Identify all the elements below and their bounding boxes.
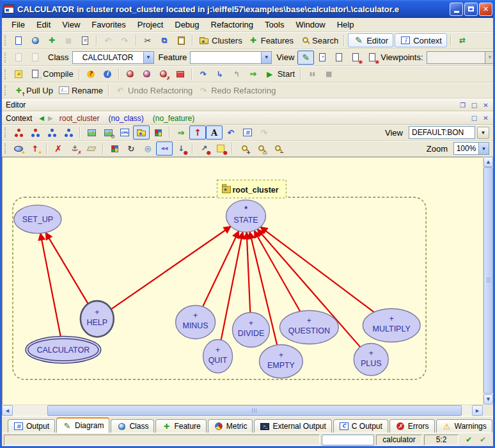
class-node-MULTIPLY[interactable]: +MULTIPLY [363, 308, 420, 342]
show-labels-button[interactable]: A [206, 125, 223, 140]
class-node-STATE[interactable]: *STATE [226, 200, 266, 232]
pull-up-button[interactable]: ✚↑Pull Up [10, 83, 56, 97]
uml-view-button[interactable]: UML [116, 125, 133, 140]
class-combo-dropdown-icon[interactable]: ▼ [143, 52, 153, 63]
close-button[interactable]: ✕ [479, 3, 492, 16]
scroll-right-icon[interactable]: ▶ [472, 405, 483, 416]
step-into-button[interactable]: ↳ [212, 67, 228, 81]
start-button[interactable]: ▶Start [262, 67, 297, 81]
ancestor-relations-button[interactable] [27, 125, 43, 140]
class-node-SET_UP[interactable]: SET_UP [14, 205, 61, 233]
inheritance-mode-button[interactable]: ↑ [189, 125, 206, 140]
toolbar-grip[interactable] [4, 35, 8, 45]
class-node-EMPTY[interactable]: +EMPTY [259, 345, 302, 378]
view-editor-button[interactable]: ✎ [297, 51, 314, 65]
view-interface-button[interactable]: ◉ [364, 51, 381, 65]
class-relations-button[interactable] [10, 125, 27, 140]
remove-anchor-button[interactable]: ⚓✗ [67, 141, 83, 156]
crop-diagram-button[interactable] [106, 141, 123, 156]
toolbar-grip[interactable] [4, 69, 8, 79]
project-info-button[interactable]: i [99, 67, 116, 81]
class-node-PLUS[interactable]: +PLUS [354, 344, 388, 376]
erase-item-button[interactable] [83, 141, 100, 156]
zoom-dropdown-icon[interactable]: ▼ [478, 143, 489, 154]
run-to-cursor-button[interactable]: ⇒ [245, 67, 262, 81]
rename-button[interactable]: I...Rename [56, 83, 106, 97]
feature-combo-dropdown-icon[interactable]: ▼ [261, 52, 271, 63]
diagram-view-dropdown-icon[interactable]: ▼ [477, 127, 489, 139]
print-diagram-button[interactable]: ⚙ [100, 125, 116, 140]
menu-item-favorites[interactable]: Favorites [86, 19, 131, 31]
new-item-button[interactable]: ✚ [43, 33, 60, 47]
scroll-left-icon[interactable]: ◀ [2, 405, 13, 416]
class-view-button[interactable] [150, 125, 166, 140]
client-links-button[interactable] [60, 125, 77, 140]
new-window-button[interactable] [10, 33, 27, 47]
tab-output[interactable]: ≡Output [8, 419, 55, 433]
scroll-down-icon[interactable]: ▼ [483, 394, 493, 404]
context-crumb-root-cluster[interactable]: root_cluster [59, 114, 100, 123]
maximize-button[interactable] [464, 3, 478, 16]
tab-external-output[interactable]: >_External Output [254, 419, 331, 433]
diagram-undo-button[interactable]: ↶ [223, 125, 239, 140]
class-node-QUIT[interactable]: +QUIT [203, 339, 233, 372]
minimize-button[interactable] [450, 3, 463, 16]
tab-warnings[interactable]: ⚠Warnings [436, 419, 492, 433]
status-search-input[interactable] [322, 435, 374, 445]
create-note-button[interactable]: ● [212, 141, 229, 156]
class-combo[interactable]: CALCULATOR▼ [72, 51, 154, 64]
paste-button[interactable] [173, 33, 189, 47]
external-commands-button[interactable]: ⇄ [454, 33, 471, 47]
editor-button[interactable]: ✎Editor [348, 33, 393, 47]
toolbar-grip[interactable] [4, 52, 8, 63]
menu-item-project[interactable]: Project [132, 19, 169, 31]
vertical-scroll-thumb[interactable] [483, 167, 493, 394]
feature-combo[interactable]: ▼ [190, 51, 272, 64]
scroll-up-icon[interactable]: ▲ [483, 157, 493, 167]
compile-button[interactable]: ◦Compile [27, 67, 76, 81]
rotate-cluster-button[interactable]: ↻ [123, 141, 139, 156]
save-all-button[interactable]: ≡ [77, 33, 93, 47]
quality-toggle-button[interactable]: ◎ [139, 141, 156, 156]
context-button[interactable]: ⋮Context [395, 33, 447, 47]
horizontal-scroll-thumb[interactable] [47, 405, 462, 416]
create-inheritance-link-button[interactable]: ↑✦ [27, 141, 43, 156]
class-node-CALCULATOR[interactable]: CALCULATOR [26, 336, 101, 363]
cancel-compilation-button[interactable]: ✗ [155, 67, 172, 81]
horizontal-scroll-track[interactable] [13, 405, 472, 416]
cluster-view-button[interactable] [133, 125, 150, 140]
inheritance-edge-CALCULATOR-SET_UP[interactable] [40, 233, 61, 336]
cut-button[interactable]: ✂ [139, 33, 156, 47]
zoom-out-button[interactable]: − [269, 141, 285, 156]
copy-button[interactable]: ⧉ [156, 33, 173, 47]
view-flat-button[interactable] [331, 51, 347, 65]
tab-diagram[interactable]: ✎Diagram [56, 417, 109, 433]
open-file-button[interactable] [27, 33, 43, 47]
create-class-button[interactable]: ✦ [10, 141, 27, 156]
inheritance-edge-MULTIPLY-STATE[interactable] [260, 227, 373, 312]
vertical-scroll-track[interactable] [483, 167, 493, 394]
debug-layout-button[interactable] [172, 67, 189, 81]
maximize-panel-icon[interactable]: □ [469, 114, 479, 123]
tab-metric[interactable]: Metric [208, 419, 253, 433]
zoom-in-button[interactable]: + [235, 141, 252, 156]
inheritance-edge-DIVIDE-STATE[interactable] [247, 232, 251, 313]
maximize-panel-icon[interactable]: □ [469, 100, 479, 109]
supplier-links-button[interactable] [43, 125, 60, 140]
search-button[interactable]: Search [296, 33, 341, 47]
inheritance-edge-HELP-STATE[interactable] [111, 227, 231, 309]
class-node-MINUS[interactable]: +MINUS [176, 305, 216, 339]
compile-options-button[interactable]: ? [82, 67, 99, 81]
tab-class[interactable]: Class [111, 419, 154, 433]
toolbar-grip[interactable] [4, 85, 8, 95]
close-panel-icon[interactable]: ✕ [481, 114, 491, 123]
delete-item-button[interactable]: ✗ [50, 141, 67, 156]
cluster-label[interactable]: root_cluster [217, 180, 287, 198]
link-anchor-tool-button[interactable]: ↗● [196, 141, 212, 156]
view-class-button[interactable]: • [314, 51, 331, 65]
finalize-button[interactable] [139, 67, 155, 81]
tab-errors[interactable]: ✗Errors [389, 419, 435, 433]
diagram-history-button[interactable]: ≡ [239, 125, 256, 140]
context-back-button[interactable]: ◀ [39, 115, 44, 122]
menu-item-window[interactable]: Window [290, 19, 331, 31]
